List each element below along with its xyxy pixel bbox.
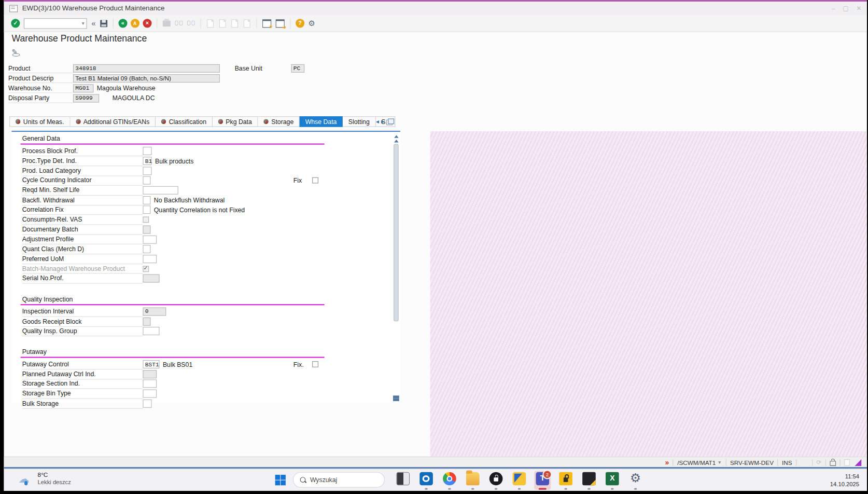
maximize-button[interactable]: ▢ [843,5,848,12]
field-input-planned-putaway-ctrl-ind[interactable] [143,370,157,378]
scroll-down-icon[interactable] [393,399,399,401]
field-input-goods-receipt-block[interactable] [143,317,150,325]
whse-data-panel: General DataProcess Block Prof.Proc.Type… [11,131,400,403]
field-input-storage-bin-type[interactable] [143,390,157,398]
standard-toolbar: ✓▼««∧×★➜?⚙ [4,15,866,32]
notification-badge: 2 [542,470,552,479]
settings-icon[interactable] [627,471,644,490]
base-unit-field[interactable]: PC [291,64,305,72]
outlook-icon[interactable] [418,471,435,490]
clock-date: 14.10.2025 [830,481,859,488]
field-input-preferred-uom[interactable] [143,255,157,263]
field-label-consumptn-rel-vas: Consumptn-Rel. VAS [22,215,143,225]
product-descrip-field[interactable]: Test B1 Material 09 (Batch, no-S/N) [73,74,220,83]
field-input-proc-type-det-ind[interactable]: B1 [143,157,151,165]
taskbar-search[interactable]: Wyszukaj [293,472,385,488]
window-icon [9,5,18,12]
field-input-inspection-interval[interactable]: 0 [143,308,166,316]
product-descrip-label: Product Descrip [8,73,73,83]
disposal-party-label: Disposal Party [8,93,73,103]
tab-scroll-right-icon[interactable]: ▸ [381,118,384,125]
status-expand-icon[interactable]: » [665,458,669,466]
chevron-down-icon[interactable]: ▼ [81,21,87,26]
unlock-icon [830,461,836,466]
app-window-dark-icon[interactable] [395,471,411,490]
warehouse-no-field[interactable]: MG01 [73,84,94,92]
field-input-quality-insp-group[interactable] [143,327,159,335]
command-input[interactable] [24,20,81,27]
tab-overview-icon[interactable] [386,118,393,125]
start-button[interactable] [275,475,286,485]
vertical-scrollbar[interactable] [393,133,399,401]
minimize-button[interactable]: – [832,5,835,12]
toolbar-separator [200,18,201,28]
field-input-documentary-batch[interactable] [143,225,150,234]
customize-button[interactable]: ⚙ [308,19,315,27]
field-input-bulk-storage[interactable] [143,400,151,408]
tab-storage[interactable]: Storage [258,116,300,127]
back-button[interactable]: « [118,19,127,28]
save-button[interactable] [100,20,107,27]
cancel-button[interactable]: × [143,19,151,28]
tab-scroll-left-icon[interactable]: ◂ [376,118,379,125]
field-input-putaway-control[interactable]: BST1 [143,360,159,368]
field-label-serial-no-prof: Serial No.Prof. [22,273,143,284]
privacy-lock-app-icon[interactable] [488,471,505,490]
command-field[interactable]: ▼ [24,18,87,29]
tab-additional-gtins-eans[interactable]: Additional GTINs/EANs [70,116,156,127]
fix-checkbox[interactable] [312,177,318,184]
status-system-field[interactable]: /SCWM/MAT1▼ [677,459,722,466]
field-input-serial-no-prof[interactable] [143,275,159,283]
sap-logon-icon[interactable] [511,471,527,490]
field-input-storage-section-ind[interactable] [143,380,157,388]
taskbar-weather-widget[interactable]: ☁ 8°C Lekki deszcz [18,472,71,486]
tab-status-icon [76,119,81,125]
chevron-down-icon: ▼ [718,460,722,465]
tab-units-of-meas[interactable]: Units of Meas. [9,116,70,127]
section-rule [21,144,325,145]
field-input-backfl-withdrawal[interactable] [143,196,150,204]
status-insert-mode: INS [782,459,792,466]
excel-icon[interactable] [604,471,621,490]
help-button[interactable]: ? [296,19,304,28]
notes-app-icon[interactable] [581,471,597,490]
field-input-prod-load-category[interactable] [143,167,151,175]
disposal-party-field[interactable]: S9099 [73,94,99,102]
field-input-process-block-prof[interactable] [143,147,151,155]
fix-checkbox[interactable] [312,361,318,367]
field-row: Storage Bin Type [22,389,400,399]
close-button[interactable]: ✕ [856,5,861,12]
taskbar-clock[interactable]: 11:54 14.10.2025 [830,473,859,488]
keepass-icon[interactable] [557,471,574,490]
teams-icon[interactable]: 2 [534,471,551,490]
field-input-correlation-fix[interactable] [143,206,150,214]
field-row: Cycle Counting IndicatorFix [22,176,400,186]
file-explorer-icon[interactable] [465,471,481,490]
first-page-button [207,19,214,28]
scroll-up-icon[interactable] [394,135,399,138]
tab-slotting[interactable]: Slotting [343,116,375,127]
field-input-quant-clas-merch-d[interactable] [143,245,150,253]
vertical-scrollbar-bottom[interactable] [393,395,399,401]
scroll-up-icon[interactable] [394,140,399,142]
shortcut-button[interactable]: ➜ [275,19,284,28]
tab-whse-data[interactable]: Whse Data [300,116,343,127]
field-input-reqd-min-shelf-life[interactable] [143,186,178,195]
field-row: Goods Receipt Block [22,317,400,326]
tab-classification[interactable]: Classification [156,116,213,127]
product-field[interactable]: 348918 [73,64,220,72]
tab-status-icon [161,119,166,125]
chrome-icon[interactable] [441,471,458,490]
field-input-cycle-counting-indicator[interactable] [143,176,150,185]
collapse-command-icon[interactable]: « [91,19,95,27]
field-input-adjustment-profile[interactable] [143,235,157,243]
exit-button[interactable]: ∧ [131,19,139,28]
new-session-button[interactable]: ★ [262,19,271,28]
scrollbar-thumb[interactable] [394,144,399,322]
field-desc: Bulk products [155,158,193,164]
tab-label: Pkg Data [226,118,252,125]
display-change-icon[interactable]: ✎ [11,48,21,57]
app-window-dark-icon [396,472,410,486]
tab-pkg-data[interactable]: Pkg Data [213,116,258,127]
enter-button[interactable]: ✓ [11,19,20,28]
